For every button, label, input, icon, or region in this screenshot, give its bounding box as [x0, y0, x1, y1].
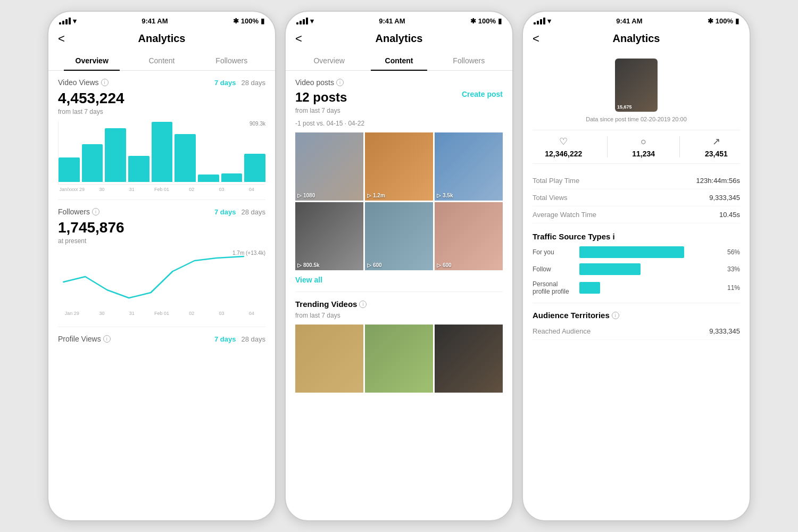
stat-row-0: Total Play Time 123h:44m:56s — [533, 172, 740, 189]
header-1: < Analytics — [48, 28, 275, 51]
tab-followers-1[interactable]: Followers — [197, 51, 267, 70]
tab-content-1[interactable]: Content — [127, 51, 196, 70]
traffic-bar-1 — [579, 263, 641, 275]
grid-views-1: 1.2m — [373, 193, 385, 198]
audience-title: Audience Territories i — [533, 311, 619, 320]
heart-icon: ♡ — [559, 136, 568, 147]
followers-title: Followers i — [58, 207, 99, 216]
grid-item-1[interactable]: ▷ 1.2m — [365, 132, 433, 201]
period-7days-profile[interactable]: 7 days — [214, 335, 236, 343]
chart-label-5: 03 — [207, 187, 235, 192]
comment-icon: ○ — [641, 136, 646, 147]
info-icon-views[interactable]: i — [101, 79, 109, 86]
battery-icon-3: ▮ — [735, 17, 739, 25]
grid-overlay-1: ▷ 1.2m — [367, 193, 385, 198]
trending-item-1[interactable] — [365, 325, 433, 393]
info-icon-followers[interactable]: i — [92, 208, 99, 215]
chart-label-6: 04 — [238, 187, 265, 192]
wifi-icon-2: ▾ — [310, 17, 314, 25]
chart-label-3: Feb 01 — [148, 187, 176, 192]
page-title-1: Analytics — [138, 32, 186, 45]
divider-1 — [58, 200, 265, 200]
time-display-3: 9:41 AM — [616, 17, 642, 25]
video-posts-grid: ▷ 1080 ▷ 1.2m ▷ 3.5k ▷ 800.5k — [295, 132, 503, 270]
status-left-1: ▾ — [59, 17, 77, 25]
period-7days-followers[interactable]: 7 days — [214, 208, 236, 216]
shares-value: 23,451 — [705, 149, 728, 158]
video-posts-title: Video posts i — [295, 78, 344, 87]
info-icon-trending[interactable]: i — [359, 301, 367, 308]
tab-followers-2[interactable]: Followers — [434, 51, 504, 70]
posts-count-header: 12 posts Create post — [295, 90, 503, 105]
info-icon-traffic[interactable]: i — [612, 232, 614, 241]
trending-grid — [295, 325, 503, 393]
posts-count: 12 posts — [295, 90, 347, 105]
comments-value: 11,234 — [632, 149, 655, 158]
stat-value-2: 10.45s — [719, 211, 740, 219]
traffic-pct-0: 56% — [723, 248, 740, 256]
phone-1: ▾ 9:41 AM ✱ 100% ▮ < Analytics Overview … — [47, 11, 276, 521]
grid-item-3[interactable]: ▷ 800.5k — [295, 202, 363, 270]
trending-item-2[interactable] — [435, 325, 503, 393]
bluetooth-icon-2: ✱ — [470, 17, 476, 25]
battery-2: 100% — [478, 17, 496, 25]
trending-item-0[interactable] — [295, 325, 363, 393]
back-button-2[interactable]: < — [295, 32, 302, 46]
traffic-section: Traffic Source Types i For you 56% Follo… — [533, 232, 740, 295]
video-views-header: Video Views i 7 days 28 days — [58, 78, 265, 87]
info-icon-posts[interactable]: i — [336, 79, 344, 86]
header-2: < Analytics — [286, 28, 512, 51]
video-thumbnail[interactable]: 15,675 — [615, 59, 658, 112]
grid-item-2[interactable]: ▷ 3.5k — [435, 132, 503, 201]
engagement-divider-2 — [679, 136, 680, 157]
line-chart-labels: Jan 29 30 31 Feb 01 02 03 04 — [58, 311, 265, 316]
period-28days-profile[interactable]: 28 days — [241, 335, 265, 343]
trending-from-label: from last 7 days — [295, 312, 503, 319]
divider-2 — [58, 327, 265, 327]
info-icon-profile[interactable]: i — [103, 335, 111, 343]
engagement-row: ♡ 12,346,222 ○ 11,234 ↗ 23,451 — [533, 130, 740, 164]
status-left-2: ▾ — [296, 17, 314, 25]
create-post-button[interactable]: Create post — [462, 90, 503, 98]
tabs-2: Overview Content Followers — [286, 51, 512, 71]
status-left-3: ▾ — [534, 17, 551, 25]
play-icon-5: ▷ — [437, 262, 441, 268]
profile-views-title: Profile Views i — [58, 335, 111, 343]
followers-sublabel: at present — [58, 237, 265, 245]
period-links-followers: 7 days 28 days — [214, 208, 265, 216]
traffic-bar-0 — [579, 246, 684, 258]
stat-value-1: 9,333,345 — [709, 194, 740, 202]
trending-title: Trending Videos i — [295, 300, 367, 309]
back-button-1[interactable]: < — [58, 32, 65, 46]
grid-item-5[interactable]: ▷ 600 — [435, 202, 503, 270]
reached-audience-value: 9,333,345 — [709, 327, 740, 335]
page-title-3: Analytics — [613, 32, 660, 45]
back-button-3[interactable]: < — [533, 32, 539, 46]
stat-row-1: Total Views 9,333,345 — [533, 189, 740, 206]
tab-overview-2[interactable]: Overview — [294, 51, 364, 70]
header-3: < Analytics — [523, 28, 750, 51]
traffic-row-0: For you 56% — [533, 246, 740, 258]
period-7days-views[interactable]: 7 days — [214, 79, 236, 87]
divider-3 — [295, 292, 503, 292]
view-all-button[interactable]: View all — [295, 276, 503, 284]
grid-item-0[interactable]: ▷ 1080 — [295, 132, 363, 201]
likes-value: 12,346,222 — [545, 149, 582, 158]
period-28days-views[interactable]: 28 days — [241, 79, 265, 87]
status-right-1: ✱ 100% ▮ — [233, 17, 264, 25]
tab-overview-1[interactable]: Overview — [57, 51, 127, 70]
period-28days-followers[interactable]: 28 days — [241, 208, 265, 216]
grid-item-4[interactable]: ▷ 600 — [365, 202, 433, 270]
info-icon-audience[interactable]: i — [612, 312, 619, 319]
shares-item: ↗ 23,451 — [705, 136, 728, 158]
bluetooth-icon-3: ✱ — [708, 17, 713, 25]
stat-row-2: Average Watch Time 10.45s — [533, 206, 740, 223]
tab-content-2[interactable]: Content — [364, 51, 434, 70]
period-links-views: 7 days 28 days — [214, 79, 265, 87]
chart-label-0: Jan/xxxx 29 — [58, 187, 86, 192]
wifi-icon: ▾ — [73, 17, 77, 25]
battery-icon-2: ▮ — [498, 17, 502, 25]
traffic-title: Traffic Source Types i — [533, 232, 740, 241]
grid-views-0: 1080 — [303, 193, 315, 198]
bar-chart-labels-views: Jan/xxxx 29 30 31 Feb 01 02 03 04 — [58, 187, 265, 192]
